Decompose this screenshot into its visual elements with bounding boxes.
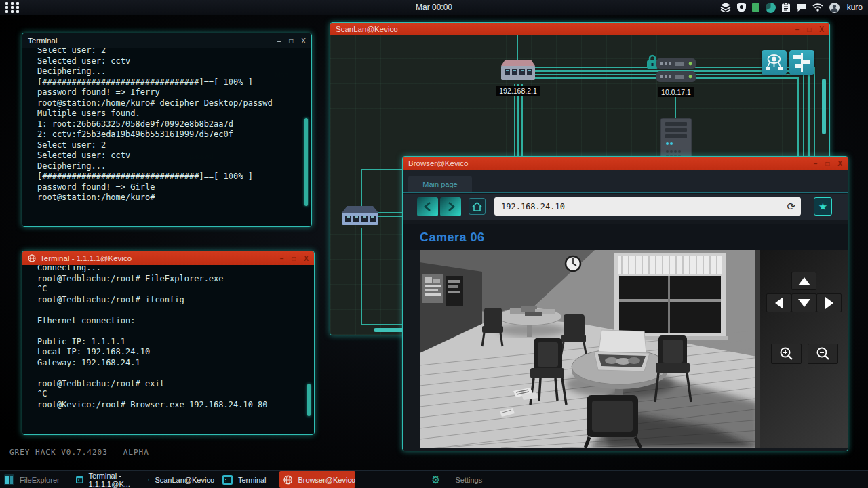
rack-server-icon [656,58,696,83]
node-rack-server[interactable]: 10.0.17.1 [656,58,696,98]
vertical-scrollbar[interactable] [822,79,826,134]
taskbar-item-scanlan[interactable]: ScanLan@Kevico [144,471,214,488]
horizontal-scrollbar[interactable] [374,328,406,332]
game-version-label: GREY HACK V0.7.4203 - ALPHA [9,448,149,457]
terminal-output[interactable]: Select user: 2Selected user: cctvDeciphe… [22,48,311,226]
terminal-titlebar[interactable]: Terminal – □ X [22,33,311,48]
forward-button[interactable] [440,197,461,216]
maximize-button[interactable]: □ [292,255,296,262]
remote-terminal-titlebar[interactable]: Terminal - 1.1.1.1@Kevico – □ X [22,251,314,265]
browser-navbar: 192.168.24.10 ⟳ ★ [403,194,848,220]
left-arrow-icon [775,297,783,309]
switch-icon [342,206,378,226]
node-switch[interactable] [340,206,380,229]
taskbar: FileExplorer Terminal - 1.1.1.1@K... Sca… [0,470,868,488]
camera-scene [420,250,760,448]
shield-icon[interactable] [737,3,746,12]
camera-controls [760,250,848,448]
globe-icon [28,254,36,262]
refresh-icon[interactable]: ⟳ [787,201,795,213]
maximize-button[interactable]: □ [825,160,829,167]
tab-main-page[interactable]: Main page [408,176,472,192]
taskbar-item-fileexplorer[interactable]: FileExplorer [0,471,71,488]
pan-right-button[interactable] [816,293,842,312]
zoom-in-button[interactable] [771,344,802,364]
camera-heading-strip: Camera 06 [403,224,848,250]
terminal-line: 1: root:26b6633257058de9f70992e8b8b2aa7d [37,119,304,130]
close-button[interactable]: X [304,255,309,262]
wifi-icon[interactable] [812,3,823,12]
close-button[interactable]: X [301,37,306,45]
node-ip-label: 10.0.17.1 [658,87,694,97]
pie-meter-icon[interactable] [766,3,776,13]
route-tool-button[interactable] [789,50,814,75]
terminal-line: Connecting... [37,265,307,274]
terminal-line: ^C [37,284,307,295]
zoom-out-button[interactable] [808,344,838,364]
username-label[interactable]: kuro [847,3,863,12]
battery-icon[interactable] [752,3,760,12]
terminal-scrollbar[interactable] [307,384,311,416]
minimize-button[interactable]: – [277,37,281,45]
terminal-line: Ethernet connection: [37,316,307,327]
close-button[interactable]: X [819,26,824,33]
minimize-button[interactable]: – [814,160,818,167]
camera-title: Camera 06 [420,230,485,245]
terminal-line: Gateway: 192.168.24.1 [37,358,307,369]
taskbar-item-remote-terminal[interactable]: Terminal - 1.1.1.1@K... [72,471,142,488]
terminal-output[interactable]: Connecting...root@Tedblachu:/root# FileE… [22,265,314,434]
zoom-in-icon [779,346,794,361]
close-button[interactable]: X [837,160,842,167]
address-bar[interactable]: 192.168.24.10 ⟳ [494,197,801,216]
address-text: 192.168.24.10 [501,202,565,211]
taskbar-item-terminal[interactable]: Terminal [216,471,278,488]
terminal-line: 2: cctv:f25b3eda19b496b5531619997d57ec0f [37,129,304,140]
pan-left-button[interactable] [766,293,791,312]
terminal-line: root@station:/home/kuro# [37,192,304,203]
terminal-line: Select user: 2 [37,140,304,151]
camera-feed[interactable] [420,250,760,448]
taskbar-item-settings[interactable]: ⚙ Settings [427,471,509,488]
bookmark-button[interactable]: ★ [814,197,832,216]
terminal-icon [76,475,83,485]
browser-tabstrip: Main page [403,170,848,193]
scan-tool-button[interactable] [762,50,787,75]
home-button[interactable] [469,198,486,215]
terminal-line: root@Tedblachu:/root# FileExplorer.exe [37,274,307,285]
avatar-icon[interactable] [829,3,840,13]
maximize-button[interactable]: □ [289,37,293,45]
chat-icon[interactable] [796,3,806,12]
window-terminal: Terminal – □ X Select user: 2Selected us… [22,33,312,227]
browser-titlebar[interactable]: Browser@Kevico – □ X [403,157,848,170]
window-title: Terminal - 1.1.1.1@Kevico [40,254,132,262]
minimize-button[interactable]: – [795,26,800,33]
maximize-button[interactable]: □ [807,26,811,33]
back-button[interactable] [417,197,438,216]
layers-icon[interactable] [720,3,731,12]
pan-up-button[interactable] [791,272,816,290]
window-browser: Browser@Kevico – □ X Main page 192.168.2… [402,156,848,451]
terminal-line: root@Tedblachu:/root# exit [37,379,307,390]
window-title: Terminal [28,37,57,45]
scanlan-titlebar[interactable]: ScanLan@Kevico – □ X [330,23,829,35]
right-arrow-icon [825,297,833,309]
minimize-button[interactable]: – [280,255,284,262]
router-icon [501,60,535,81]
clipboard-icon[interactable] [782,3,790,12]
pan-down-button[interactable] [791,293,816,312]
node-ip-label: 192.168.2.1 [496,86,539,96]
scanlan-icon [148,474,149,485]
node-router[interactable]: 192.168.2.1 [493,60,543,96]
terminal-line: Multiple users found. [37,108,304,119]
terminal-line: root@Tedblachu:/root# ifconfig [37,295,307,306]
taskbar-item-browser[interactable]: Browser@Kevico [279,471,355,488]
terminal-scrollbar[interactable] [304,118,308,206]
terminal-line: ---------------- [37,326,307,337]
window-remote-terminal: Terminal - 1.1.1.1@Kevico – □ X Connecti… [22,251,315,435]
up-arrow-icon [798,277,810,285]
terminal-line [37,305,307,316]
window-title: Browser@Kevico [408,159,468,167]
terminal-line: root@station:/home/kuro# decipher Deskto… [37,98,304,109]
zoom-out-icon [816,346,831,361]
terminal-line: Deciphering... [37,66,304,77]
